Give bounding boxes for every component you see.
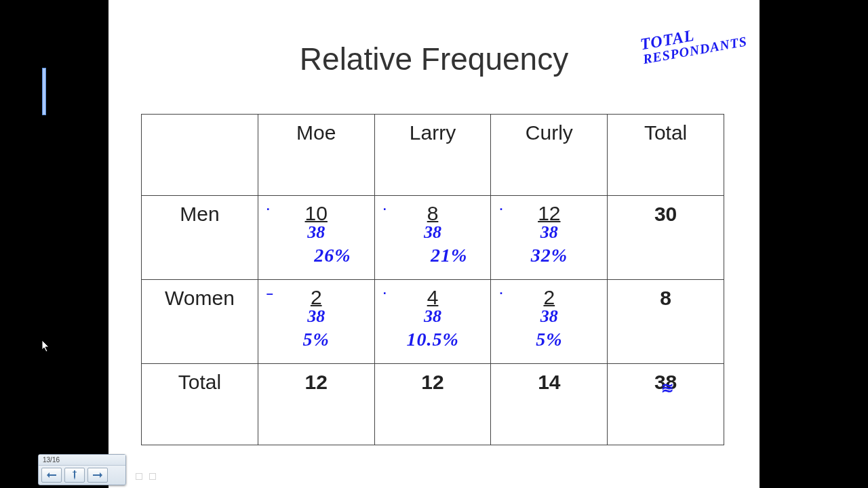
- denominator: 38: [307, 223, 325, 241]
- cell-total-moe: 12: [258, 364, 374, 445]
- denominator: 38: [540, 223, 558, 241]
- percent: 26%: [314, 245, 351, 265]
- numerator: 2: [311, 287, 322, 308]
- percent: 10.5%: [406, 329, 458, 349]
- squiggle-underline-icon: ≋: [661, 380, 671, 397]
- numerator: 8: [427, 203, 439, 224]
- row-label-men: Men: [142, 196, 258, 280]
- cell-men-larry: · 8 38 21%: [374, 196, 491, 280]
- cell-women-curly: · 2 38 5%: [491, 280, 608, 364]
- numerator: 10: [305, 203, 328, 224]
- arrow-left-icon: [47, 472, 56, 479]
- header-larry: Larry: [374, 115, 491, 196]
- table-row-women: Women – 2 38 5% · 4 38 10.5% ·: [142, 280, 724, 364]
- row-label-women: Women: [142, 280, 258, 364]
- toolbar-buttons: [39, 466, 125, 485]
- numerator: 2: [543, 287, 555, 308]
- previous-slide-button[interactable]: [41, 468, 62, 483]
- faded-box-icon: [149, 473, 156, 480]
- cell-total-curly: 14: [491, 364, 608, 445]
- denominator: 38: [424, 307, 441, 325]
- pen-icon: [71, 470, 79, 480]
- header-curly: Curly: [491, 115, 608, 196]
- cell-men-total: 30: [608, 196, 724, 280]
- denominator: 38: [424, 223, 441, 241]
- cell-women-moe: – 2 38 5%: [258, 280, 374, 364]
- faded-controls: [136, 473, 156, 480]
- denominator: 38: [307, 307, 325, 325]
- cell-grand-total: 38 ≋: [608, 364, 724, 445]
- denominator: 38: [540, 307, 558, 325]
- cell-men-curly: · 12 38 32%: [491, 196, 608, 280]
- faded-box-icon: [136, 473, 142, 480]
- arrow-right-icon: [93, 472, 102, 479]
- slideshow-toolbar: 13/16: [38, 454, 126, 485]
- table-row-total: Total 12 12 14 38 ≋: [142, 364, 724, 445]
- cell-women-larry: · 4 38 10.5%: [374, 280, 491, 364]
- row-label-total: Total: [142, 364, 258, 445]
- slide-counter: 13/16: [39, 455, 125, 466]
- numerator: 4: [427, 287, 439, 308]
- cell-total-larry: 12: [374, 364, 491, 445]
- header-total: Total: [608, 115, 724, 196]
- presentation-slide: Relative Frequency TOTAL RESPONDANTS Moe…: [108, 0, 760, 488]
- table-row-men: Men · 10 38 26% · 8 38 21% ·: [142, 196, 724, 280]
- percent: 32%: [531, 245, 568, 265]
- numerator: 12: [538, 203, 560, 224]
- header-moe: Moe: [258, 115, 374, 196]
- header-blank: [142, 115, 258, 196]
- percent: 21%: [431, 245, 467, 265]
- svg-rect-0: [73, 472, 77, 472]
- frequency-table: Moe Larry Curly Total Men · 10 38 26% · …: [141, 114, 724, 445]
- table-header-row: Moe Larry Curly Total: [142, 115, 724, 196]
- percent: 5%: [536, 329, 562, 349]
- pen-menu-button[interactable]: [64, 468, 85, 483]
- mouse-cursor-icon: [42, 340, 50, 352]
- percent: 5%: [303, 329, 330, 349]
- selection-highlight-bar: [42, 68, 46, 115]
- next-slide-button[interactable]: [87, 468, 108, 483]
- cell-women-total: 8: [608, 280, 724, 364]
- cell-men-moe: · 10 38 26%: [258, 196, 374, 280]
